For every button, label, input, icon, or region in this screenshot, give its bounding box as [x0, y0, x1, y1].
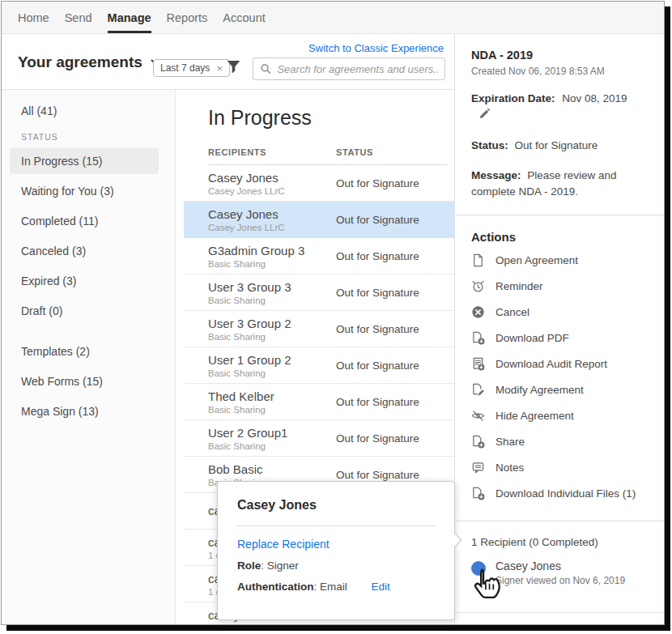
agreements-header: Your agreements Last 7 days × Switch to …	[2, 34, 454, 90]
action-download-pdf[interactable]: Download PDF	[471, 325, 648, 351]
notes-icon	[471, 461, 485, 474]
divider	[455, 521, 664, 521]
your-agreements-dropdown[interactable]: Your agreements	[18, 53, 162, 71]
table-row[interactable]: User 1 Group 2Basic Sharing Out for Sign…	[184, 347, 454, 384]
action-hide-agreement[interactable]: Hide Agreement	[471, 402, 648, 428]
role-value: : Signer	[261, 560, 299, 572]
recipient-sub: Casey Jones LLrC	[208, 223, 336, 232]
sidebar-item-mega-sign[interactable]: Mega Sign (13)	[10, 398, 159, 424]
sidebar-item-templates[interactable]: Templates (2)	[10, 338, 159, 364]
sidebar-item-expired[interactable]: Expired (3)	[10, 268, 159, 294]
popup-role-line: Role: Signer	[237, 560, 435, 572]
table-row[interactable]: G3admin Group 3Basic Sharing Out for Sig…	[184, 238, 454, 274]
switch-to-classic-link[interactable]: Switch to Classic Experience	[308, 42, 444, 54]
action-download-audit-report[interactable]: Download Audit Report	[471, 351, 648, 377]
row-status: Out for Signature	[336, 177, 448, 189]
expiration-field: Expiration Date: Nov 08, 2019	[471, 91, 648, 124]
nav-home[interactable]: Home	[18, 2, 49, 33]
filter-chip-last-7-days[interactable]: Last 7 days ×	[153, 59, 230, 77]
sidebar-item-waiting-for-you[interactable]: Waiting for You (3)	[10, 178, 159, 204]
sidebar-item-in-progress[interactable]: In Progress (15)	[10, 148, 159, 174]
authentication-value: : Email	[314, 581, 347, 593]
recipient-name: G3admin Group 3	[208, 244, 336, 257]
chip-close-icon[interactable]: ×	[216, 63, 223, 74]
status-label: Status:	[471, 139, 508, 151]
table-row[interactable]: Thed KelberBasic Sharing Out for Signatu…	[184, 384, 454, 420]
download-pdf-icon	[471, 331, 485, 345]
action-label: Cancel	[495, 306, 530, 318]
top-navigation: Home Send Manage Reports Account	[2, 2, 664, 34]
recipient-sub: Casey Jones LLrC	[208, 186, 336, 196]
sidebar-item-web-forms[interactable]: Web Forms (15)	[10, 368, 159, 394]
recipient-name: Bob Basic	[208, 462, 336, 476]
column-recipients: RECIPIENTS	[208, 147, 336, 157]
recipient-sub: 1 of 2 co	[208, 623, 336, 624]
row-status: Out for Signature	[336, 250, 448, 262]
recipient-sub: Basic Sharing	[208, 259, 336, 269]
popup-title: Casey Jones	[237, 498, 435, 513]
divider	[455, 215, 664, 215]
sidebar-item-draft[interactable]: Draft (0)	[10, 298, 159, 324]
nav-reports[interactable]: Reports	[167, 2, 208, 33]
hand-cursor-icon	[468, 567, 504, 606]
table-row-selected[interactable]: Casey JonesCasey Jones LLrC Out for Sign…	[184, 202, 454, 238]
your-agreements-label: Your agreements	[18, 53, 142, 71]
action-open-agreement[interactable]: Open Agreement	[471, 247, 648, 273]
action-reminder[interactable]: Reminder	[471, 273, 648, 299]
sidebar-item-canceled[interactable]: Canceled (3)	[10, 238, 159, 264]
search-input[interactable]	[277, 63, 438, 75]
expiration-value: Nov 08, 2019	[562, 92, 627, 104]
nav-send[interactable]: Send	[65, 2, 92, 33]
expiration-label: Expiration Date:	[471, 92, 555, 104]
action-share[interactable]: Share	[471, 428, 648, 454]
authentication-label: Authentication	[237, 581, 314, 593]
search-box[interactable]	[253, 57, 445, 80]
divider	[455, 612, 664, 613]
recipient-popup: Casey Jones Replace Recipient Role: Sign…	[217, 481, 455, 620]
app-window: Home Send Manage Reports Account Your ag…	[1, 1, 665, 625]
sidebar-spacer	[2, 328, 175, 338]
filter-funnel-icon[interactable]	[226, 59, 241, 74]
sidebar-item-all[interactable]: All (41)	[10, 98, 159, 124]
action-label: Hide Agreement	[495, 410, 574, 422]
action-label: Modify Agreement	[495, 384, 584, 396]
hide-agreement-icon	[471, 409, 485, 423]
recipient-name: Casey Jones	[208, 207, 336, 221]
replace-recipient-link[interactable]: Replace Recipient	[237, 538, 435, 551]
table-row[interactable]: Casey JonesCasey Jones LLrC Out for Sign…	[184, 165, 454, 202]
table-header: RECIPIENTS STATUS	[208, 147, 448, 165]
status-sidebar: All (41) STATUS In Progress (15) Waiting…	[2, 90, 176, 623]
screenshot: Home Send Manage Reports Account Your ag…	[0, 0, 672, 634]
action-modify-agreement[interactable]: Modify Agreement	[471, 377, 648, 402]
edit-authentication-link[interactable]: Edit	[372, 581, 390, 593]
action-notes[interactable]: Notes	[471, 454, 648, 480]
row-status: Out for Signature	[336, 396, 448, 408]
nav-account[interactable]: Account	[223, 2, 265, 33]
row-status: Out for Signature	[336, 214, 448, 226]
row-status: Out for Signature	[336, 432, 448, 445]
sidebar-item-completed[interactable]: Completed (11)	[10, 208, 159, 234]
download-individual-files-icon	[471, 487, 485, 500]
recipient-sub: Basic Sharing	[208, 441, 336, 451]
row-status: Out for Signature	[336, 323, 448, 335]
recipient-name: User 3 Group 3	[208, 280, 336, 294]
action-cancel[interactable]: Cancel	[471, 299, 648, 325]
popup-auth-line: Authentication: Email Edit	[237, 581, 435, 593]
action-label: Download Individual Files (1)	[495, 487, 636, 500]
action-label: Notes	[495, 462, 524, 474]
modify-agreement-icon	[471, 383, 485, 397]
recipient-name: Casey Jones	[495, 560, 625, 572]
action-download-individual-files[interactable]: Download Individual Files (1)	[471, 480, 648, 506]
edit-pencil-icon[interactable]	[478, 108, 491, 120]
row-status: Out for Signature	[336, 360, 448, 372]
table-row[interactable]: User 3 Group 2Basic Sharing Out for Sign…	[184, 311, 454, 347]
recipient-row[interactable]: Casey Jones Signer viewed on Nov 6, 2019	[471, 560, 648, 607]
nav-manage[interactable]: Manage	[108, 2, 151, 33]
recipient-sub: Basic Sharing	[208, 296, 336, 305]
table-row[interactable]: User 3 Group 3Basic Sharing Out for Sign…	[184, 274, 454, 311]
agreement-title: NDA - 2019	[471, 49, 648, 62]
reminder-clock-icon	[471, 279, 485, 293]
recipient-name: User 1 Group 2	[208, 353, 336, 367]
recipient-sub: Basic Sharing	[208, 368, 336, 378]
table-row[interactable]: User 2 Group1Basic Sharing Out for Signa…	[184, 420, 454, 457]
